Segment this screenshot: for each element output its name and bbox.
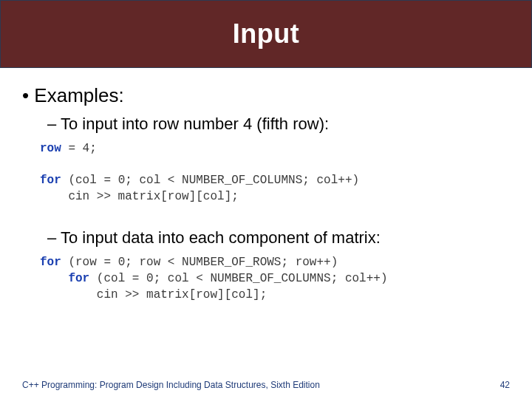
footer-text: C++ Programming: Program Design Includin… [22, 380, 320, 390]
bullet-examples: Examples: [22, 84, 510, 107]
code-text: cin >> matrix[row][col]; [40, 288, 267, 301]
slide: Input Examples: To input into row number… [0, 0, 532, 399]
keyword: for [68, 272, 89, 285]
code-text: (col = 0; col < NUMBER_OF_COLUMNS; col++… [61, 174, 359, 187]
code-text: (col = 0; col < NUMBER_OF_COLUMNS; col++… [89, 272, 387, 285]
keyword: row [40, 142, 61, 155]
code-text: (row = 0; row < NUMBER_OF_ROWS; row++) [61, 256, 338, 269]
slide-content: Examples: To input into row number 4 (fi… [22, 81, 510, 316]
title-bar: Input [0, 0, 532, 68]
code-text: = 4; [61, 142, 97, 155]
slide-title: Input [233, 18, 299, 50]
code-text: cin >> matrix[row][col]; [40, 190, 239, 203]
keyword: for [40, 174, 61, 187]
bullet-sub-2: To input data into each component of mat… [47, 228, 510, 248]
code-block-2: for (row = 0; row < NUMBER_OF_ROWS; row+… [40, 255, 510, 303]
code-text [40, 272, 68, 285]
footer: C++ Programming: Program Design Includin… [0, 380, 532, 390]
code-block-1: row = 4; for (col = 0; col < NUMBER_OF_C… [40, 141, 510, 205]
page-number: 42 [500, 380, 510, 390]
second-section: To input data into each component of mat… [22, 228, 510, 303]
bullet-sub-1: To input into row number 4 (fifth row): [47, 115, 510, 134]
keyword: for [40, 256, 61, 269]
